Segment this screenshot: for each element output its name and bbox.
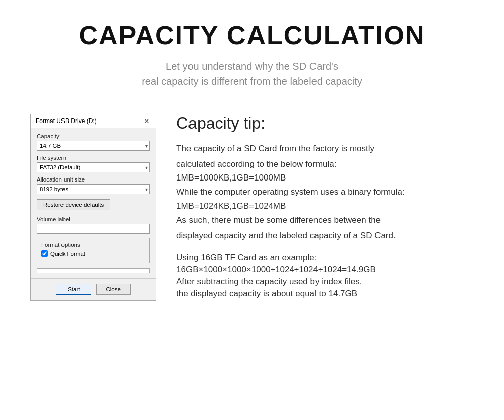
tip-line5: displayed capacity and the labeled capac… [176, 229, 474, 243]
dialog-wrapper: Format USB Drive (D:) ✕ Capacity: 14.7 G… [30, 114, 156, 301]
allocation-label: Allocation unit size [37, 176, 150, 183]
quick-format-checkbox[interactable] [41, 250, 48, 257]
quick-format-row: Quick Format [41, 250, 145, 257]
format-options-legend: Format options [41, 242, 145, 248]
tip-example-intro: Using 16GB TF Card as an example: [176, 253, 474, 263]
page-header: CAPACITY CALCULATION Let you understand … [0, 0, 504, 104]
filesystem-select[interactable]: FAT32 (Default) exFAT NTFS [37, 162, 150, 172]
dialog-close-button[interactable]: ✕ [143, 117, 151, 125]
capacity-select-wrapper: 14.7 GB 14.9 GB ▾ [37, 141, 150, 151]
tip-line3: While the computer operating system uses… [176, 185, 474, 199]
page-title: CAPACITY CALCULATION [30, 20, 474, 50]
dialog-title: Format USB Drive (D:) [36, 117, 97, 125]
tip-title: Capacity tip: [176, 114, 474, 133]
tip-line4: As such, there must be some differences … [176, 213, 474, 227]
allocation-select[interactable]: 8192 bytes 512 bytes 1024 bytes 2048 byt… [37, 184, 150, 194]
allocation-select-wrapper: 8192 bytes 512 bytes 1024 bytes 2048 byt… [37, 184, 150, 194]
content-area: Format USB Drive (D:) ✕ Capacity: 14.7 G… [0, 104, 504, 321]
dialog-footer: Start Close [31, 278, 156, 300]
tip-line2: calculated according to the below formul… [176, 157, 474, 171]
close-button[interactable]: Close [96, 284, 130, 295]
tip-line1: The capacity of a SD Card from the facto… [176, 142, 474, 155]
dialog-body: Capacity: 14.7 GB 14.9 GB ▾ File system … [31, 128, 156, 278]
volume-label-input[interactable] [37, 224, 150, 234]
tip-example-line2: the displayed capacity is about equal to… [176, 289, 474, 299]
start-button[interactable]: Start [56, 284, 91, 295]
tip-example-line1: After subtracting the capacity used by i… [176, 277, 474, 287]
progress-bar [37, 268, 150, 273]
dialog-titlebar: Format USB Drive (D:) ✕ [31, 114, 156, 128]
format-dialog: Format USB Drive (D:) ✕ Capacity: 14.7 G… [30, 114, 156, 301]
subtitle-line1: Let you understand why the SD Card's [166, 61, 338, 72]
capacity-label: Capacity: [37, 133, 150, 139]
filesystem-label: File system [37, 155, 150, 161]
format-options-group: Format options Quick Format [37, 238, 150, 263]
tip-formula2: 1MB=1024KB,1GB=1024MB [176, 201, 474, 211]
restore-defaults-button[interactable]: Restore device defaults [37, 199, 110, 210]
quick-format-label: Quick Format [50, 251, 85, 257]
tip-spacer [176, 245, 474, 253]
capacity-select[interactable]: 14.7 GB 14.9 GB [37, 141, 150, 151]
volume-label-label: Volume label [37, 216, 150, 222]
filesystem-select-wrapper: FAT32 (Default) exFAT NTFS ▾ [37, 162, 150, 172]
tip-example-calc: 16GB×1000×1000×1000÷1024÷1024÷1024=14.9G… [176, 265, 474, 275]
subtitle-line2: real capacity is different from the labe… [142, 76, 362, 87]
page-subtitle: Let you understand why the SD Card's rea… [30, 58, 474, 89]
capacity-tip-section: Capacity tip: The capacity of a SD Card … [176, 114, 474, 301]
tip-formula1: 1MB=1000KB,1GB=1000MB [176, 173, 474, 183]
